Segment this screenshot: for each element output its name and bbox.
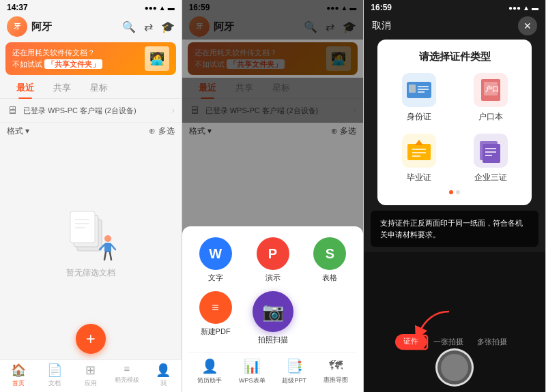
- shutter-inner: [441, 354, 468, 381]
- svg-line-9: [111, 245, 115, 250]
- tab-starred-1[interactable]: 星标: [81, 78, 117, 98]
- camera-icon: 📷: [262, 301, 284, 322]
- banner-line1: 还在用耗关软件传文档？: [12, 48, 102, 58]
- scan-label: 拍照扫描: [258, 335, 288, 345]
- docs-icon: 📄: [47, 363, 62, 378]
- multi-select-1[interactable]: ⊕ 多选: [149, 125, 174, 137]
- close-icon: ✕: [523, 20, 532, 31]
- phone-2: 16:59 ●●● ▲ ▬ 牙 阿牙 🔍 ⇄ 🎓 还在用耗关软件传文档？ 不如试…: [182, 0, 364, 392]
- word-icon: W: [199, 237, 232, 270]
- search-icon[interactable]: 🔍: [122, 20, 136, 33]
- status-icons-1: ●●● ▲ ▬: [145, 4, 175, 12]
- action-item-present[interactable]: P 演示: [246, 237, 300, 283]
- nav-apps-1[interactable]: ⊞ 应用: [72, 363, 109, 388]
- computer-icon: 🖥: [7, 104, 18, 117]
- battery-icon: ▬: [168, 4, 175, 12]
- annotation-arrow-svg: [401, 308, 463, 352]
- app-title-1: 阿牙: [31, 20, 118, 33]
- login-notice-1[interactable]: 🖥 已登录 WPS-PC 客户端 (2台设备) ›: [0, 99, 182, 123]
- phone3-header: 取消 ✕: [364, 14, 545, 40]
- quick-item-mindmap[interactable]: 🗺 惠推导图: [324, 358, 348, 385]
- quick-actions-bar: 👤 简历助手 📊 WPS表单 📑 超级PPT 🗺 惠推导图: [189, 352, 357, 385]
- dot-1: [449, 190, 453, 194]
- banner-text-1: 还在用耗关软件传文档？ 不如试试 「共享文件夹」: [12, 48, 102, 70]
- nav-templates-label: 稻壳模板: [115, 376, 139, 385]
- cert-id-label: 身份证: [407, 111, 431, 123]
- tab-recent-1[interactable]: 最近: [7, 78, 44, 98]
- sheet-label: 表格: [322, 273, 337, 283]
- profile-icon[interactable]: 🎓: [161, 20, 175, 33]
- avatar-1: 牙: [7, 16, 27, 37]
- quick-item-ppt[interactable]: 📑 超级PPT: [282, 358, 306, 385]
- wifi-icon: ▲: [159, 4, 166, 12]
- nav-templates-1[interactable]: ≡ 稻壳模板: [109, 363, 145, 388]
- svg-rect-13: [409, 85, 416, 93]
- me-icon: 👤: [156, 363, 171, 378]
- resume-label: 简历助手: [197, 376, 222, 385]
- header-icons-1: 🔍 ⇄ 🎓: [122, 20, 175, 33]
- sync-icon[interactable]: ⇄: [144, 20, 153, 33]
- banner-line2: 不如试试 「共享文件夹」: [12, 59, 102, 70]
- banner-1[interactable]: 还在用耗关软件传文档？ 不如试试 「共享文件夹」 🧑‍💻: [5, 42, 176, 75]
- action-item-word[interactable]: W 文字: [189, 237, 242, 283]
- svg-rect-7: [104, 243, 111, 252]
- app-header-1: 牙 阿牙 🔍 ⇄ 🎓: [0, 14, 182, 40]
- action-item-empty: [303, 291, 356, 345]
- format-bar-1: 格式 ▾ ⊕ 多选: [0, 123, 182, 140]
- cert-item-biz[interactable]: 企业三证: [460, 134, 521, 183]
- resume-icon: 👤: [201, 358, 218, 374]
- wps-form-label: WPS表单: [239, 376, 265, 385]
- nav-home-1[interactable]: 🏠 首页: [0, 363, 36, 388]
- nav-me-1[interactable]: 👤 我: [145, 363, 182, 388]
- apps-icon: ⊞: [85, 363, 96, 378]
- action-grid: W 文字 P 演示 S 表格 ≡: [189, 237, 357, 345]
- status-icons-3: ●●● ▲ ▬: [508, 4, 538, 12]
- cert-item-hukou[interactable]: 户口 户口本: [460, 73, 521, 123]
- wps-form-icon: 📊: [244, 358, 261, 374]
- phone-3: 16:59 ●●● ▲ ▬ 取消 ✕ 请选择证件类型: [364, 0, 546, 392]
- cert-hukou-label: 户口本: [478, 111, 503, 123]
- action-item-scan[interactable]: 📷 拍照扫描: [246, 291, 300, 345]
- cert-id-icon: [402, 73, 436, 107]
- cert-item-grad[interactable]: 毕业证: [388, 134, 449, 183]
- cert-grid: 身份证 户口 户口本: [388, 73, 521, 183]
- ppt-label: 超级PPT: [282, 376, 306, 385]
- pdf-icon: ≡: [199, 291, 232, 324]
- cert-pagination-dots: [388, 190, 521, 194]
- tabs-1: 最近 共享 星标: [0, 78, 182, 99]
- format-button-1[interactable]: 格式 ▾: [7, 125, 29, 137]
- mindmap-icon: 🗺: [329, 358, 343, 374]
- svg-rect-30: [403, 335, 427, 349]
- hukou-svg: 户口: [478, 78, 503, 102]
- cert-biz-icon: [474, 134, 508, 168]
- tab-shared-1[interactable]: 共享: [44, 78, 81, 98]
- action-item-sheet[interactable]: S 表格: [303, 237, 356, 283]
- quick-item-resume[interactable]: 👤 简历助手: [197, 358, 222, 385]
- arrow-annotation: [401, 308, 463, 355]
- status-bar-3: 16:59 ●●● ▲ ▬: [364, 0, 545, 14]
- bottom-nav-1: 🏠 首页 📄 文档 ⊞ 应用 ≡ 稻壳模板 👤 我: [0, 359, 182, 392]
- signal-icon-3: ●●●: [508, 4, 521, 12]
- word-label: 文字: [208, 273, 223, 283]
- empty-text-1: 暂无筛选文档: [66, 267, 115, 279]
- svg-rect-26: [483, 144, 500, 163]
- login-text-1: 已登录 WPS-PC 客户端 (2台设备): [23, 106, 167, 116]
- banner-highlight: 「共享文件夹」: [44, 59, 102, 69]
- action-sheet-2: W 文字 P 演示 S 表格 ≡: [182, 226, 364, 392]
- cert-item-id[interactable]: 身份证: [388, 73, 449, 123]
- action-item-pdf[interactable]: ≡ 新建PDF: [189, 291, 242, 345]
- empty-illustration: [63, 207, 118, 262]
- present-icon: P: [257, 237, 289, 270]
- time-3: 16:59: [371, 3, 392, 12]
- cancel-button[interactable]: 取消: [372, 20, 391, 32]
- templates-icon: ≡: [124, 363, 130, 374]
- quick-item-wps-form[interactable]: 📊 WPS表单: [239, 358, 265, 385]
- nav-home-label: 首页: [12, 379, 25, 388]
- mode-tab-multi[interactable]: 多张拍摄: [470, 334, 514, 350]
- nav-docs-1[interactable]: 📄 文档: [36, 363, 72, 388]
- svg-text:户口: 户口: [485, 85, 499, 93]
- battery-icon-3: ▬: [532, 4, 538, 12]
- fab-button-1[interactable]: +: [76, 324, 106, 354]
- close-button[interactable]: ✕: [518, 16, 537, 35]
- svg-line-8: [100, 245, 104, 250]
